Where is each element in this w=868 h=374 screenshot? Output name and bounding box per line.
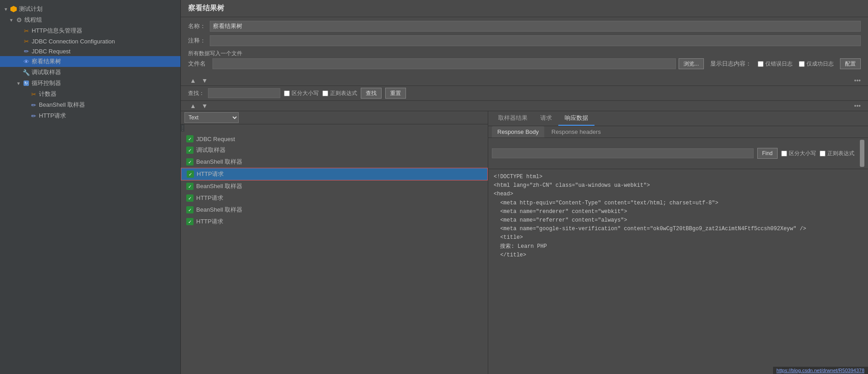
case-sensitive-label: 区分大小写: [284, 90, 319, 97]
list-item-selected[interactable]: ✓ HTTP请求: [181, 168, 488, 180]
eye-icon: 👁: [23, 58, 30, 65]
list-item[interactable]: ✓ HTTP请求: [181, 192, 488, 204]
regex-label: 正则表达式: [322, 90, 357, 97]
file-row: 文件名 浏览... 显示日志内容： 仅错误日志 仅成功日志 配置: [188, 58, 861, 69]
list-item[interactable]: ✓ BeanShell 取样器: [181, 156, 488, 168]
scissors-icon: ✂: [23, 27, 30, 34]
item-label: 调试取样器: [196, 146, 226, 154]
left-tree-list: ✓ JDBC Request ✓ 调试取样器 ✓ BeanShell 取样器 ✓…: [181, 132, 488, 374]
sidebar-item-beanshell[interactable]: ▶ ✏ BeanShell 取样器: [0, 99, 180, 110]
response-line: <html lang="zh-CN" class="ua-windows ua-…: [494, 181, 863, 190]
response-case-sensitive: 区分大小写: [781, 150, 816, 157]
tab-sampler-result[interactable]: 取样器结果: [492, 111, 534, 126]
name-row: 名称：: [188, 21, 861, 32]
sidebar-item-http-header[interactable]: ▶ ✂ HTTP信息头管理器: [0, 25, 180, 36]
success-only-checkbox-label: 仅成功日志: [799, 60, 834, 68]
find-label: 查找：: [188, 90, 204, 97]
pencil-icon: ✏: [30, 101, 37, 109]
expand-arrow: ▼: [4, 7, 9, 12]
sidebar-item-counter[interactable]: ▶ ✂ 计数器: [0, 89, 180, 99]
search-input[interactable]: [208, 88, 280, 98]
response-regex-checkbox[interactable]: [820, 151, 826, 156]
format-select[interactable]: Text RegExp Tester CSS/JQuery Tester XPa…: [184, 112, 239, 123]
shield-icon: ✓: [186, 158, 193, 166]
response-line: 搜索: Learn PHP: [494, 242, 863, 251]
sub-tab-response-headers[interactable]: Response headers: [546, 126, 606, 137]
expand-arrow: ▼: [16, 81, 22, 86]
sidebar-item-loop-controller[interactable]: ▼ ↻ 循环控制器: [0, 78, 180, 89]
pencil-icon: ✏: [30, 112, 37, 119]
success-only-checkbox[interactable]: [799, 61, 805, 67]
list-item[interactable]: ✓ BeanShell 取样器: [181, 180, 488, 192]
tab-request[interactable]: 请求: [534, 111, 558, 126]
sidebar-item-jdbc-connection[interactable]: ▶ ✂ JDBC Connection Configuration: [0, 36, 180, 46]
toolbar-row-1: ▲ ▼ •••: [181, 76, 868, 86]
regex-checkbox[interactable]: [322, 90, 328, 96]
response-content: <!DOCTYPE html> <html lang="zh-CN" class…: [488, 169, 868, 374]
browse-button[interactable]: 浏览...: [679, 58, 704, 69]
comment-input[interactable]: [210, 35, 861, 46]
find-button[interactable]: 查找: [361, 88, 382, 99]
response-search-input[interactable]: [492, 148, 754, 158]
pencil-icon: ✏: [23, 47, 30, 55]
up-arrow-btn[interactable]: ▲: [188, 76, 198, 85]
file-name-input[interactable]: [212, 58, 676, 69]
down-arrow-btn-2[interactable]: ▼: [200, 102, 210, 110]
more-menu-2[interactable]: •••: [854, 102, 861, 109]
error-only-checkbox[interactable]: [758, 61, 764, 67]
main-panel: 察看结果树 名称： 注释： 所有数据写入一个文件 文件名 浏览... 显示日志内…: [181, 0, 868, 374]
status-bar[interactable]: https://blog.csdn.net/drwnet/R50394378: [773, 367, 868, 374]
shield-icon: ✓: [186, 183, 193, 190]
response-line: <meta name="referrer" content="always">: [494, 216, 863, 225]
response-line: <meta name="renderer" content="webkit">: [494, 208, 863, 216]
sidebar-item-label: 察看结果树: [32, 57, 61, 66]
shield-icon: ✓: [186, 218, 193, 225]
sidebar-item-label: 线程组: [24, 16, 42, 24]
scissors-icon: ✂: [30, 90, 37, 98]
item-label: HTTP请求: [196, 194, 223, 202]
case-sensitive-checkbox[interactable]: [284, 90, 290, 96]
sidebar-item-jdbc-request[interactable]: ▶ ✏ JDBC Request: [0, 46, 180, 56]
response-line: <!DOCTYPE html>: [494, 173, 863, 181]
error-only-checkbox-label: 仅错误日志: [758, 60, 793, 68]
tab-response-data[interactable]: 响应数据: [558, 111, 594, 126]
svg-marker-0: [10, 6, 17, 12]
down-arrow-btn[interactable]: ▼: [200, 76, 210, 85]
reset-button[interactable]: 重置: [385, 88, 406, 99]
sidebar-item-debug-sampler[interactable]: ▶ 🔧 调试取样器: [0, 67, 180, 78]
sidebar-item-label: HTTP信息头管理器: [32, 27, 82, 35]
sidebar-item-thread-group[interactable]: ▼ ⚙ 线程组: [0, 14, 180, 25]
left-panel-toolbar: Text RegExp Tester CSS/JQuery Tester XPa…: [181, 111, 488, 124]
more-menu[interactable]: •••: [854, 77, 861, 84]
response-search-bar: Find 区分大小写 正则表达式: [488, 138, 868, 169]
right-panel: 取样器结果 请求 响应数据 Response Body Response hea…: [488, 111, 868, 374]
sidebar-item-label: 测试计划: [19, 5, 42, 13]
shield-icon: ✓: [186, 147, 193, 154]
list-item[interactable]: ✓ BeanShell 取样器: [181, 204, 488, 216]
sidebar-item-http-request[interactable]: ▶ ✏ HTTP请求: [0, 110, 180, 121]
response-line: <meta http-equiv="Content-Type" content=…: [494, 199, 863, 208]
shield-icon: ✓: [186, 135, 193, 142]
item-label: JDBC Request: [196, 136, 235, 142]
drag-handle[interactable]: ⋮: [181, 124, 184, 132]
response-line: <head>: [494, 190, 863, 199]
response-case-checkbox[interactable]: [781, 151, 787, 156]
gear-icon: ⚙: [15, 16, 23, 24]
up-arrow-btn-2[interactable]: ▲: [188, 102, 198, 110]
list-item[interactable]: ✓ 调试取样器: [181, 144, 488, 156]
response-find-button[interactable]: Find: [757, 148, 778, 159]
sub-tab-response-body[interactable]: Response Body: [492, 126, 544, 137]
item-label: HTTP请求: [197, 170, 224, 178]
name-input[interactable]: [210, 21, 861, 32]
response-line: <title>: [494, 233, 863, 242]
list-item[interactable]: ✓ HTTP请求: [181, 216, 488, 227]
sidebar-item-label: 计数器: [39, 90, 57, 98]
file-section-label: 所有数据写入一个文件: [188, 50, 861, 57]
item-label: BeanShell 取样器: [196, 182, 242, 190]
sidebar: ▼ 测试计划 ▼ ⚙ 线程组 ▶ ✂ HTTP信息头管理器 ▶ ✂ JDBC C…: [0, 0, 181, 374]
search-row: 查找： 区分大小写 正则表达式 查找 重置: [181, 86, 868, 101]
list-item[interactable]: ✓ JDBC Request: [181, 133, 488, 144]
sidebar-item-results-tree[interactable]: ▶ 👁 察看结果树: [0, 56, 180, 67]
config-button[interactable]: 配置: [840, 58, 861, 69]
sidebar-item-test-plan[interactable]: ▼ 测试计划: [0, 4, 180, 14]
